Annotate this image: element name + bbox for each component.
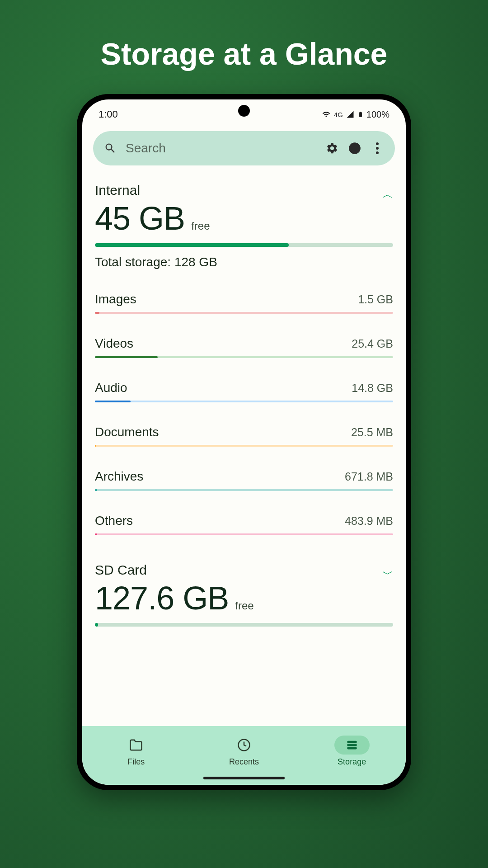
chevron-up-icon[interactable]: ︿: [382, 187, 393, 202]
wifi-icon: [321, 110, 331, 118]
internal-name: Internal: [95, 183, 210, 198]
internal-free-label: free: [191, 220, 210, 232]
category-size: 25.4 GB: [352, 337, 393, 350]
category-size: 25.5 MB: [351, 426, 393, 439]
internal-progress-bar: [95, 243, 393, 247]
info-icon: [348, 142, 361, 155]
sdcard-free-label: free: [235, 599, 253, 612]
sdcard-progress-fill: [95, 623, 98, 627]
category-images[interactable]: Images 1.5 GB: [95, 292, 393, 314]
more-button[interactable]: [371, 142, 384, 155]
category-videos[interactable]: Videos 25.4 GB: [95, 336, 393, 358]
sdcard-free-value: 127.6 GB: [95, 580, 229, 617]
internal-storage-section: Internal 45 GB free ︿ Total storage: 128…: [95, 183, 393, 535]
category-progress-bar: [95, 312, 393, 314]
status-battery: 100%: [366, 109, 389, 120]
category-audio[interactable]: Audio 14.8 GB: [95, 381, 393, 402]
sdcard-storage-section: SD Card 127.6 GB free ﹀: [95, 562, 393, 627]
home-indicator: [203, 777, 285, 779]
folder-icon: [118, 736, 154, 755]
category-size: 14.8 GB: [352, 382, 393, 395]
nav-label: Recents: [229, 757, 259, 767]
category-name: Archives: [95, 469, 143, 484]
category-progress-fill: [95, 445, 96, 447]
nav-files[interactable]: Files: [106, 732, 166, 770]
category-archives[interactable]: Archives 671.8 MB: [95, 469, 393, 491]
category-documents[interactable]: Documents 25.5 MB: [95, 425, 393, 447]
category-progress-fill: [95, 489, 97, 491]
status-time: 1:00: [99, 108, 118, 120]
category-progress-bar: [95, 489, 393, 491]
phone-screen: 1:00 4G 100%: [82, 99, 406, 785]
status-network: 4G: [334, 111, 343, 118]
category-progress-fill: [95, 401, 131, 402]
info-button[interactable]: [348, 142, 361, 155]
search-bar[interactable]: [93, 131, 395, 165]
bottom-nav: Files Recents Storage: [82, 726, 406, 785]
category-size: 671.8 MB: [345, 470, 393, 483]
more-vertical-icon: [376, 142, 379, 154]
gear-icon: [326, 142, 338, 155]
phone-frame: 1:00 4G 100%: [77, 94, 411, 790]
category-name: Audio: [95, 381, 127, 395]
search-icon: [104, 142, 117, 155]
category-progress-bar: [95, 445, 393, 447]
nav-label: Files: [127, 757, 145, 767]
nav-label: Storage: [338, 757, 366, 767]
battery-icon: [357, 109, 364, 119]
sdcard-progress-bar: [95, 623, 393, 627]
internal-total-label: Total storage: 128 GB: [95, 255, 393, 269]
category-name: Images: [95, 292, 136, 307]
category-progress-fill: [95, 533, 97, 535]
page-title: Storage at a Glance: [101, 36, 388, 71]
category-size: 483.9 MB: [345, 514, 393, 528]
category-name: Others: [95, 514, 133, 528]
content-area: Internal 45 GB free ︿ Total storage: 128…: [82, 172, 406, 726]
category-name: Videos: [95, 336, 133, 351]
svg-rect-5: [347, 744, 357, 746]
settings-button[interactable]: [325, 142, 339, 155]
svg-rect-4: [347, 741, 357, 743]
category-name: Documents: [95, 425, 159, 439]
sdcard-name: SD Card: [95, 562, 254, 578]
status-right: 4G 100%: [321, 109, 389, 120]
camera-hole: [238, 105, 250, 117]
storage-icon: [334, 736, 370, 755]
internal-progress-fill: [95, 243, 289, 247]
svg-rect-6: [347, 747, 357, 749]
internal-free-value: 45 GB: [95, 200, 185, 237]
signal-icon: [346, 110, 355, 118]
nav-storage[interactable]: Storage: [322, 732, 382, 770]
category-progress-fill: [95, 356, 158, 358]
category-others[interactable]: Others 483.9 MB: [95, 514, 393, 535]
category-progress-bar: [95, 356, 393, 358]
category-progress-bar: [95, 533, 393, 535]
category-progress-fill: [95, 312, 99, 314]
search-input[interactable]: [126, 141, 316, 156]
chevron-down-icon[interactable]: ﹀: [382, 567, 393, 581]
nav-recents[interactable]: Recents: [214, 732, 274, 770]
category-progress-bar: [95, 401, 393, 402]
category-size: 1.5 GB: [358, 293, 393, 306]
clock-icon: [226, 736, 262, 755]
